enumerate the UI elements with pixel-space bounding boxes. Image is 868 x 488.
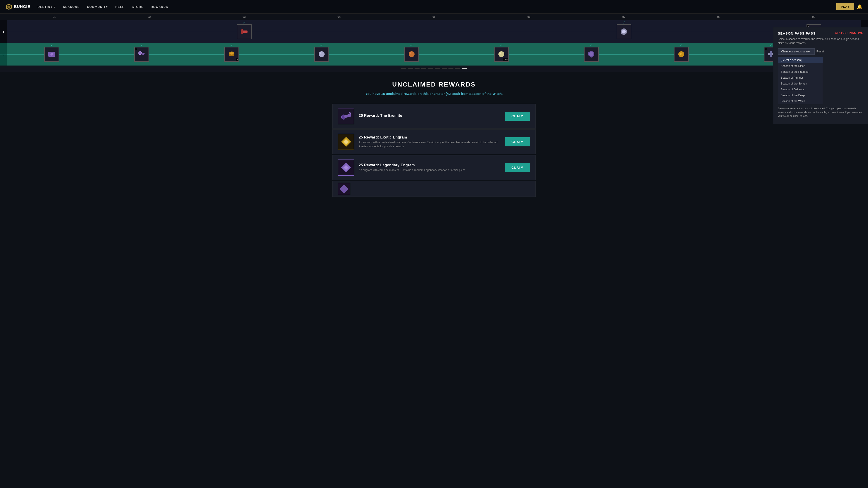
track-cell-92-free: ✓ + bbox=[97, 47, 187, 62]
free-item-96[interactable]: ✓ 1200 bbox=[494, 47, 509, 62]
track-prev-button[interactable]: ‹ bbox=[0, 20, 7, 43]
svg-point-18 bbox=[319, 51, 324, 57]
dropdown-item-risen[interactable]: Season of the Risen bbox=[778, 63, 823, 69]
reward-name-exotic-engram: 25 Reward: Exotic Engram bbox=[359, 135, 501, 139]
nav-destiny2[interactable]: DESTINY 2 bbox=[37, 5, 56, 8]
dot-8[interactable] bbox=[448, 68, 454, 69]
dot-4[interactable] bbox=[421, 68, 426, 69]
free-item-98[interactable]: ✓ G bbox=[674, 47, 689, 62]
dot-5[interactable] bbox=[428, 68, 433, 69]
reset-button[interactable]: Reset bbox=[816, 50, 824, 53]
reward-name-legendary-engram: 25 Reward: Legendary Engram bbox=[359, 163, 501, 167]
track-num-92: 92 bbox=[102, 15, 197, 19]
reward-icon-eremite bbox=[338, 108, 354, 124]
free-item-97[interactable]: ✓ bbox=[584, 47, 599, 62]
dropdown-item-deep[interactable]: Season of the Deep bbox=[778, 92, 823, 98]
nav-rewards[interactable]: REWARDS bbox=[151, 5, 168, 8]
dropdown-item-seraph[interactable]: Season of the Seraph bbox=[778, 80, 823, 87]
item-93-check: ✓ bbox=[243, 20, 246, 25]
unclaimed-subtitle: You have 15 unclaimed rewards on this ch… bbox=[332, 92, 536, 96]
track-num-96: 96 bbox=[482, 15, 577, 19]
svg-rect-27 bbox=[770, 51, 772, 57]
claim-button-eremite[interactable]: CLAIM bbox=[505, 111, 530, 121]
bungie-logo-text: BUNGIE bbox=[14, 4, 30, 9]
track-cell-91-free: ✓ bbox=[7, 47, 97, 62]
reward-desc-exotic-engram: An engram with a predestined outcome. Co… bbox=[359, 140, 501, 149]
reward-icon-exotic-engram bbox=[338, 134, 354, 150]
notification-bell-icon[interactable]: 🔔 bbox=[857, 4, 863, 9]
svg-rect-13 bbox=[143, 54, 144, 55]
nav-community[interactable]: COMMUNITY bbox=[87, 5, 108, 8]
main-nav: BUNGIE DESTINY 2 SEASONS COMMUNITY HELP … bbox=[0, 0, 868, 13]
unclaimed-title: UNCLAIMED REWARDS bbox=[332, 81, 536, 88]
dropdown-item-witch[interactable]: Season of the Witch bbox=[778, 98, 823, 104]
season-dropdown: [Select a season] Season of the Risen Se… bbox=[778, 57, 823, 104]
free-item-91[interactable]: ✓ bbox=[44, 47, 59, 62]
claim-button-exotic-engram[interactable]: CLAIM bbox=[505, 137, 530, 147]
dot-3[interactable] bbox=[414, 68, 420, 69]
track-num-94: 94 bbox=[291, 15, 386, 19]
track-numbers-row: 91 92 93 94 95 96 97 98 99 bbox=[0, 13, 868, 20]
track-cell-93-free: ✓ 5 bbox=[187, 47, 277, 62]
reward-card-eremite: 20 Reward: The Eremite CLAIM bbox=[332, 104, 536, 129]
dropdown-item-plunder[interactable]: Season of Plunder bbox=[778, 75, 823, 80]
track-cell-95-free: ✓ bbox=[367, 47, 457, 62]
free-item-93[interactable]: ✓ 5 bbox=[224, 47, 239, 62]
rewards-track: 91 92 93 94 95 96 97 98 99 ‹ ✓ bbox=[0, 13, 868, 72]
nav-help[interactable]: HELP bbox=[115, 5, 125, 8]
unclaimed-rewards-section: UNCLAIMED REWARDS You have 15 unclaimed … bbox=[332, 72, 536, 210]
svg-point-20 bbox=[409, 51, 414, 57]
nav-seasons[interactable]: SEASONS bbox=[63, 5, 80, 8]
premium-track-row: ‹ ✓ ✓ bbox=[0, 20, 868, 43]
track-cell-96-free: ✓ 1200 bbox=[456, 47, 546, 62]
free-item-92[interactable]: ✓ + bbox=[134, 47, 149, 62]
season-pass-info: Below are rewards that can still be clai… bbox=[778, 107, 863, 118]
track-num-93: 93 bbox=[197, 15, 291, 19]
dropdown-item-haunted[interactable]: Season of the Haunted bbox=[778, 69, 823, 75]
dot-6[interactable] bbox=[435, 68, 440, 69]
svg-point-17 bbox=[230, 53, 234, 55]
season-pass-controls: Change previous season Reset bbox=[778, 48, 863, 55]
track-num-98: 98 bbox=[671, 15, 766, 19]
season-pass-panel: Season Pass Pass Status: INACTIVE Select… bbox=[773, 27, 868, 124]
claim-button-legendary-engram[interactable]: CLAIM bbox=[505, 163, 530, 172]
highlighted-count: 15 unclaimed rewards on this character (… bbox=[381, 92, 460, 96]
reward-info-eremite: 20 Reward: The Eremite bbox=[359, 113, 501, 119]
dot-9[interactable] bbox=[455, 68, 460, 69]
reward-info-exotic-engram: 25 Reward: Exotic Engram An engram with … bbox=[359, 135, 501, 149]
free-item-95[interactable]: ✓ bbox=[404, 47, 419, 62]
dropdown-item-select[interactable]: [Select a season] bbox=[778, 57, 823, 63]
dot-7[interactable] bbox=[442, 68, 447, 69]
dot-10[interactable] bbox=[462, 68, 467, 69]
track-cell-93-premium: ✓ bbox=[197, 24, 291, 39]
track-free-prev-button[interactable]: ‹ bbox=[0, 43, 7, 66]
track-num-97: 97 bbox=[577, 15, 671, 19]
dot-1[interactable] bbox=[401, 68, 406, 69]
reward-icon-partial bbox=[338, 183, 350, 195]
reward-card-legendary-engram: 25 Reward: Legendary Engram An engram wi… bbox=[332, 155, 536, 180]
bungie-logo[interactable]: BUNGIE bbox=[5, 3, 30, 10]
season-pass-description: Select a season to override the Previous… bbox=[778, 37, 863, 45]
svg-point-6 bbox=[622, 30, 626, 33]
track-cell-94-free: ✓ bbox=[277, 47, 367, 62]
progress-dots bbox=[0, 66, 868, 72]
subtitle-prefix: You have bbox=[365, 92, 381, 96]
reward-icon-legendary-engram bbox=[338, 160, 354, 176]
free-item-94[interactable]: ✓ bbox=[314, 47, 329, 62]
track-cell-97-free: ✓ bbox=[546, 47, 636, 62]
nav-store[interactable]: STORE bbox=[132, 5, 144, 8]
track-num-91: 91 bbox=[7, 15, 102, 19]
season-pass-title: Season Pass Pass bbox=[778, 31, 815, 35]
play-button[interactable]: PLAY bbox=[836, 3, 854, 10]
reward-desc-legendary-engram: An engram with complex markers. Contains… bbox=[359, 168, 501, 172]
season-pass-header: Season Pass Pass Status: INACTIVE bbox=[778, 31, 863, 35]
dropdown-item-defiance[interactable]: Season of Defiance bbox=[778, 87, 823, 92]
svg-point-21 bbox=[410, 52, 411, 54]
track-cell-97-premium: ✓ bbox=[577, 24, 671, 39]
change-season-button[interactable]: Change previous season bbox=[778, 48, 815, 55]
svg-point-10 bbox=[51, 53, 53, 56]
dot-2[interactable] bbox=[408, 68, 413, 69]
svg-rect-14 bbox=[143, 54, 143, 55]
premium-item-97[interactable]: ✓ bbox=[617, 24, 631, 39]
premium-item-93[interactable]: ✓ bbox=[237, 24, 252, 39]
